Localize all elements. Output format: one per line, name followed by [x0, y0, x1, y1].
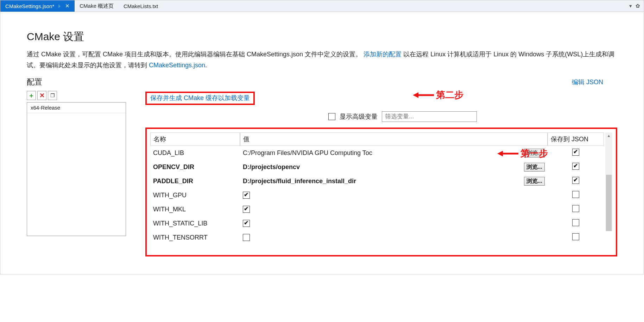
- table-row: WITH_GPU: [150, 188, 604, 202]
- save-cell: [548, 162, 604, 173]
- save-and-generate-cache-link[interactable]: 保存并生成 CMake 缓存以加载变量: [150, 94, 250, 101]
- browse-button[interactable]: 浏览...: [524, 163, 545, 172]
- table-row: WITH_TENSORRT: [150, 230, 604, 244]
- config-listbox[interactable]: x64-Release: [27, 102, 126, 236]
- var-value-cell[interactable]: [240, 191, 548, 200]
- tab-label: CMakeSettings.json*: [5, 3, 54, 9]
- var-value-cell[interactable]: D:/projects/fluid_inference_install_dir浏…: [240, 176, 548, 187]
- var-value[interactable]: C:/Program Files/NVIDIA GPU Computing To…: [243, 149, 522, 157]
- column-header-save[interactable]: 保存到 JSON: [548, 132, 604, 146]
- table-row: OPENCV_DIRD:/projects/opencv浏览...: [150, 160, 604, 174]
- duplicate-config-button[interactable]: ❐: [48, 91, 57, 100]
- var-name: WITH_GPU: [150, 191, 240, 200]
- tab-cmakesettings[interactable]: CMakeSettings.json* ⊦ ✕: [0, 0, 75, 12]
- var-name: CUDA_LIB: [150, 148, 240, 158]
- var-value-cell[interactable]: [240, 233, 548, 242]
- save-cell: [548, 176, 604, 187]
- var-name: WITH_STATIC_LIB: [150, 219, 240, 228]
- annotation-step1: 第一步: [497, 147, 548, 160]
- tab-cmakelists[interactable]: CMakeLists.txt: [119, 0, 163, 12]
- value-checkbox[interactable]: [243, 206, 250, 213]
- var-value[interactable]: D:/projects/fluid_inference_install_dir: [243, 178, 522, 185]
- close-icon[interactable]: ✕: [65, 3, 70, 9]
- save-to-json-checkbox[interactable]: [572, 205, 579, 212]
- config-toolbar: ＋ ✕ ❐: [27, 91, 126, 100]
- var-value[interactable]: D:/projects/opencv: [243, 163, 522, 171]
- svg-marker-1: [413, 92, 418, 98]
- save-cell: [548, 148, 604, 159]
- tab-label: CMakeLists.txt: [124, 3, 158, 9]
- save-to-json-checkbox[interactable]: [572, 233, 579, 240]
- table-row: WITH_STATIC_LIB: [150, 216, 604, 230]
- save-to-json-checkbox[interactable]: [572, 177, 579, 184]
- var-value-cell[interactable]: [240, 219, 548, 228]
- column-header-value[interactable]: 值: [240, 132, 548, 146]
- overflow-dropdown-icon[interactable]: ▾: [629, 3, 632, 9]
- save-to-json-checkbox[interactable]: [572, 219, 579, 226]
- add-config-link[interactable]: 添加新的配置: [364, 51, 402, 58]
- save-cell: [548, 204, 604, 215]
- document-tabbar: CMakeSettings.json* ⊦ ✕ CMake 概述页 CMakeL…: [0, 0, 644, 12]
- value-checkbox[interactable]: [243, 220, 250, 227]
- settings-page: CMake 设置 通过 CMake 设置，可配置 CMake 项目生成和版本。使…: [7, 19, 637, 267]
- save-cell: [548, 190, 604, 201]
- var-value-cell[interactable]: D:/projects/opencv浏览...: [240, 162, 548, 173]
- save-to-json-checkbox[interactable]: [572, 163, 579, 170]
- var-name: PADDLE_DIR: [150, 177, 240, 186]
- var-name: WITH_TENSORRT: [150, 233, 240, 242]
- config-list-item[interactable]: x64-Release: [27, 103, 126, 113]
- tab-cmake-overview[interactable]: CMake 概述页: [75, 0, 119, 12]
- var-value-cell[interactable]: [240, 205, 548, 214]
- save-cell: [548, 232, 604, 243]
- scroll-thumb[interactable]: [606, 175, 612, 231]
- page-title: CMake 设置: [27, 30, 617, 44]
- value-checkbox[interactable]: [243, 234, 250, 241]
- var-name: OPENCV_DIR: [150, 162, 240, 172]
- table-row: WITH_MKL: [150, 202, 604, 216]
- table-row: PADDLE_DIRD:/projects/fluid_inference_in…: [150, 174, 604, 188]
- pin-icon[interactable]: ⊦: [58, 4, 61, 9]
- annotation-step2-highlight: 保存并生成 CMake 缓存以加载变量: [145, 92, 255, 105]
- show-advanced-label: 显示高级变量: [340, 112, 378, 121]
- annotation-step2: 第二步: [413, 89, 463, 101]
- filter-variables-input[interactable]: [382, 111, 477, 122]
- scroll-up-icon[interactable]: ▲: [605, 132, 612, 139]
- var-name: WITH_MKL: [150, 205, 240, 214]
- gear-icon[interactable]: ✿: [636, 3, 640, 9]
- column-header-name[interactable]: 名称: [150, 132, 240, 146]
- value-checkbox[interactable]: [243, 192, 250, 199]
- add-config-button[interactable]: ＋: [27, 91, 36, 100]
- window-frame: CMakeSettings.json* ⊦ ✕ CMake 概述页 CMakeL…: [0, 0, 644, 274]
- table-scrollbar[interactable]: ▲: [605, 132, 612, 231]
- delete-config-button[interactable]: ✕: [37, 91, 46, 100]
- page-description: 通过 CMake 设置，可配置 CMake 项目生成和版本。使用此编辑器编辑在基…: [27, 49, 617, 70]
- configurations-heading: 配置: [27, 77, 42, 87]
- save-to-json-checkbox[interactable]: [572, 149, 579, 156]
- svg-marker-3: [497, 151, 503, 156]
- show-advanced-checkbox[interactable]: [328, 113, 335, 120]
- save-cell: [548, 218, 604, 229]
- annotation-step1-highlight: 名称 值 保存到 JSON CUDA_LIBC:/Program Files/N…: [145, 128, 617, 256]
- edit-json-link[interactable]: 编辑 JSON: [572, 78, 603, 86]
- browse-button[interactable]: 浏览...: [524, 177, 545, 186]
- cmakesettings-json-link[interactable]: CMakeSettings.json: [149, 62, 205, 69]
- save-to-json-checkbox[interactable]: [572, 191, 579, 198]
- tab-label: CMake 概述页: [80, 3, 114, 10]
